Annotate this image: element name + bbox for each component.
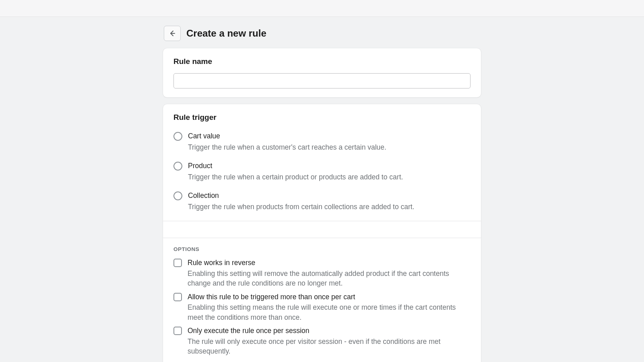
- option-multiple-triggers[interactable]: Allow this rule to be triggered more tha…: [173, 292, 471, 327]
- radio-description: Trigger the rule when a certain product …: [188, 172, 403, 182]
- checkbox-description: The rule will only execute once per visi…: [188, 337, 471, 356]
- trigger-option-collection[interactable]: Collection Trigger the rule when product…: [173, 189, 471, 212]
- radio-label: Cart value: [188, 132, 386, 141]
- checkbox-label: Allow this rule to be triggered more tha…: [188, 292, 471, 302]
- rule-trigger-card: Rule trigger Cart value Trigger the rule…: [163, 104, 481, 362]
- checkbox-multiple[interactable]: [173, 293, 182, 301]
- arrow-left-icon: [168, 29, 176, 37]
- option-once-per-session[interactable]: Only execute the rule once per session T…: [173, 326, 471, 360]
- checkbox-once-session[interactable]: [173, 327, 182, 335]
- rule-name-label: Rule name: [173, 57, 471, 66]
- radio-product[interactable]: [173, 162, 182, 171]
- radio-label: Product: [188, 161, 403, 171]
- checkbox-description: Enabling this setting means the rule wil…: [188, 302, 471, 322]
- section-spacer: [163, 221, 481, 238]
- rule-name-input[interactable]: [173, 73, 471, 88]
- options-heading: OPTIONS: [173, 246, 471, 252]
- rule-name-card: Rule name: [163, 48, 481, 97]
- radio-collection[interactable]: [173, 191, 182, 200]
- radio-description: Trigger the rule when products from cert…: [188, 202, 415, 212]
- checkbox-description: Enabling this setting will remove the au…: [188, 269, 471, 288]
- page-content: Create a new rule Rule name Rule trigger…: [163, 17, 481, 362]
- rule-trigger-label: Rule trigger: [173, 113, 471, 122]
- radio-cart-value[interactable]: [173, 132, 182, 141]
- back-button[interactable]: [164, 26, 181, 41]
- option-reverse[interactable]: Rule works in reverse Enabling this sett…: [173, 258, 471, 292]
- trigger-option-cart-value[interactable]: Cart value Trigger the rule when a custo…: [173, 129, 471, 159]
- radio-label: Collection: [188, 191, 415, 201]
- page-header: Create a new rule: [163, 26, 481, 41]
- top-app-bar: [0, 0, 644, 17]
- page-title: Create a new rule: [186, 28, 266, 39]
- radio-description: Trigger the rule when a customer's cart …: [188, 142, 386, 152]
- checkbox-label: Rule works in reverse: [188, 258, 471, 268]
- checkbox-label: Only execute the rule once per session: [188, 326, 471, 336]
- trigger-option-product[interactable]: Product Trigger the rule when a certain …: [173, 159, 471, 189]
- checkbox-reverse[interactable]: [173, 259, 182, 267]
